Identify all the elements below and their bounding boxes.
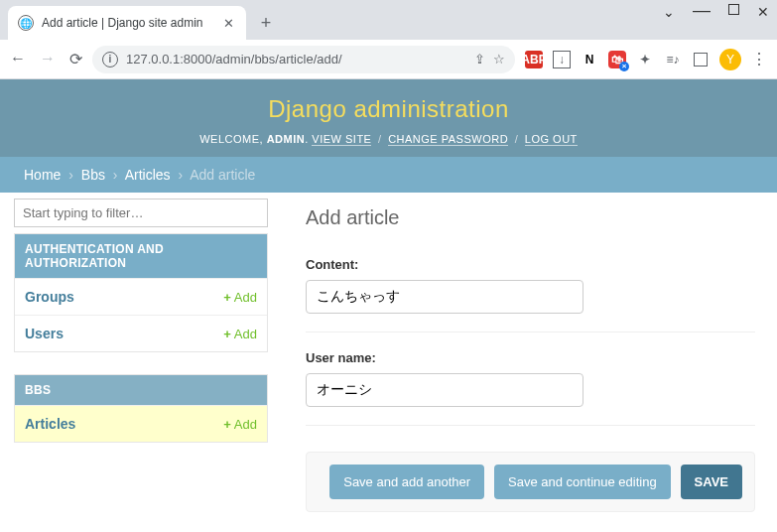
profile-avatar[interactable]: Y bbox=[719, 49, 741, 70]
auth-caption[interactable]: AUTHENTICATION AND AUTHORIZATION bbox=[15, 234, 267, 278]
browser-tab-strip: 🌐 Add article | Django site admin ✕ + ⌄ … bbox=[0, 0, 777, 40]
username-input[interactable] bbox=[306, 373, 583, 407]
breadcrumb: Home › Bbs › Articles › Add article bbox=[0, 157, 777, 193]
field-content: Content: bbox=[306, 257, 755, 332]
share-icon[interactable]: ⇪ bbox=[474, 52, 485, 66]
n-extension-icon[interactable]: N bbox=[581, 51, 598, 68]
browser-tab[interactable]: 🌐 Add article | Django site admin ✕ bbox=[8, 6, 246, 40]
articles-link[interactable]: Articles bbox=[25, 416, 75, 432]
playlist-icon[interactable]: ≡♪ bbox=[664, 51, 682, 68]
welcome-text: WELCOME, bbox=[199, 133, 263, 145]
back-icon[interactable]: ← bbox=[10, 50, 26, 68]
model-row-groups: Groups +Add bbox=[15, 278, 267, 315]
sidepanel-icon[interactable] bbox=[692, 51, 710, 68]
add-group-link[interactable]: +Add bbox=[223, 290, 257, 305]
filter-input[interactable] bbox=[14, 199, 268, 227]
url-text: 127.0.0.1:8000/admin/bbs/article/add/ bbox=[126, 52, 342, 66]
username-label: User name: bbox=[306, 350, 755, 365]
plus-icon: + bbox=[223, 417, 231, 432]
maximize-icon[interactable] bbox=[728, 4, 739, 15]
address-bar: ← → ⟳ i 127.0.0.1:8000/admin/bbs/article… bbox=[0, 40, 777, 79]
bbs-caption[interactable]: BBS bbox=[15, 375, 267, 405]
abp-extension-icon[interactable]: ABP bbox=[525, 51, 543, 68]
globe-icon: 🌐 bbox=[18, 15, 34, 31]
tab-title: Add article | Django site admin bbox=[42, 16, 213, 30]
logout-link[interactable]: LOG OUT bbox=[525, 133, 578, 146]
content-input[interactable] bbox=[306, 280, 583, 314]
breadcrumb-model[interactable]: Articles bbox=[125, 167, 171, 183]
content-label: Content: bbox=[306, 257, 755, 272]
django-header: Django administration WELCOME, ADMIN. VI… bbox=[0, 79, 777, 157]
model-row-users: Users +Add bbox=[15, 315, 267, 351]
save-button[interactable]: SAVE bbox=[681, 465, 742, 499]
close-window-icon[interactable]: ✕ bbox=[757, 4, 769, 25]
site-info-icon[interactable]: i bbox=[102, 52, 118, 67]
app-auth-section: AUTHENTICATION AND AUTHORIZATION Groups … bbox=[14, 233, 268, 352]
minimize-icon[interactable]: — bbox=[693, 0, 711, 21]
close-tab-icon[interactable]: ✕ bbox=[221, 16, 236, 31]
submit-row: Save and add another Save and continue e… bbox=[306, 452, 755, 512]
app-bbs-section: BBS Articles +Add bbox=[14, 374, 268, 443]
save-add-another-button[interactable]: Save and add another bbox=[329, 465, 484, 499]
site-title: Django administration bbox=[0, 95, 777, 123]
red-extension-icon[interactable]: 🛍 bbox=[608, 51, 626, 68]
download-extension-icon[interactable]: ↓ bbox=[553, 51, 571, 68]
change-password-link[interactable]: CHANGE PASSWORD bbox=[388, 133, 508, 146]
window-controls: ⌄ — ✕ bbox=[663, 4, 769, 25]
add-article-link[interactable]: +Add bbox=[223, 417, 257, 432]
new-tab-button[interactable]: + bbox=[252, 9, 280, 37]
main-content: Add article Content: User name: Save and… bbox=[278, 193, 777, 532]
url-input[interactable]: i 127.0.0.1:8000/admin/bbs/article/add/ … bbox=[92, 46, 515, 73]
page-title: Add article bbox=[306, 206, 755, 229]
breadcrumb-home[interactable]: Home bbox=[24, 167, 61, 183]
forward-icon: → bbox=[40, 50, 56, 68]
extensions-icon[interactable]: ✦ bbox=[636, 51, 654, 68]
reload-icon[interactable]: ⟳ bbox=[69, 50, 82, 68]
groups-link[interactable]: Groups bbox=[25, 289, 74, 305]
breadcrumb-app[interactable]: Bbs bbox=[81, 167, 105, 183]
username: ADMIN bbox=[267, 133, 306, 145]
sidebar: AUTHENTICATION AND AUTHORIZATION Groups … bbox=[0, 193, 278, 532]
add-user-link[interactable]: +Add bbox=[223, 327, 257, 341]
save-continue-button[interactable]: Save and continue editing bbox=[494, 465, 671, 499]
users-link[interactable]: Users bbox=[25, 326, 64, 341]
caret-down-icon[interactable]: ⌄ bbox=[663, 4, 675, 25]
star-icon[interactable]: ☆ bbox=[493, 52, 505, 66]
view-site-link[interactable]: VIEW SITE bbox=[312, 133, 371, 146]
breadcrumb-current: Add article bbox=[190, 167, 255, 183]
model-row-articles: Articles +Add bbox=[15, 405, 267, 442]
menu-icon[interactable]: ⋮ bbox=[751, 50, 767, 68]
user-links: WELCOME, ADMIN. VIEW SITE / CHANGE PASSW… bbox=[0, 133, 777, 145]
plus-icon: + bbox=[223, 327, 231, 341]
plus-icon: + bbox=[223, 290, 231, 305]
field-username: User name: bbox=[306, 350, 755, 426]
